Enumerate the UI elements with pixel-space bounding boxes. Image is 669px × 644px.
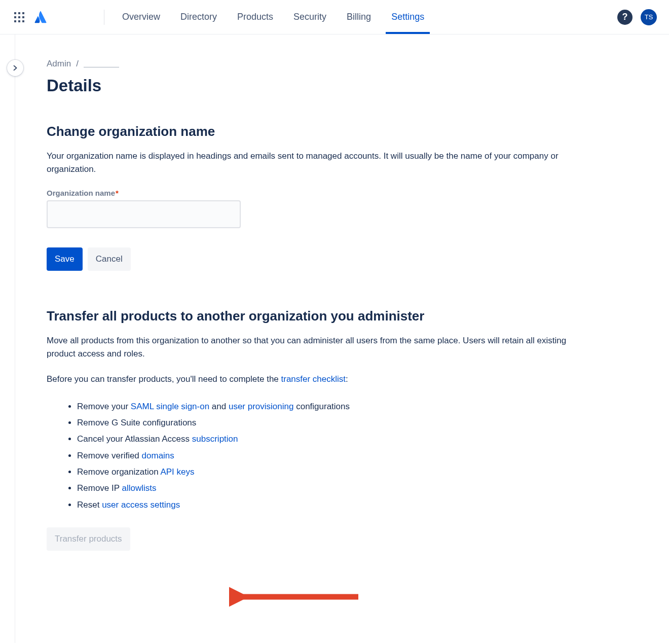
checklist-link[interactable]: subscription: [192, 434, 238, 444]
checklist-link[interactable]: SAML single sign-on: [131, 402, 209, 411]
transfer-desc-1: Move all products from this organization…: [47, 334, 592, 361]
checklist-link[interactable]: API keys: [160, 467, 194, 477]
svg-rect-6: [14, 20, 16, 22]
checklist-link[interactable]: user provisioning: [229, 402, 294, 411]
section-transfer-heading: Transfer all products to another organiz…: [47, 308, 592, 324]
header-divider: [104, 10, 104, 25]
atlassian-logo-icon: [33, 11, 47, 24]
nav-directory[interactable]: Directory: [172, 0, 226, 34]
nav-products[interactable]: Products: [229, 0, 282, 34]
cancel-button[interactable]: Cancel: [88, 247, 131, 271]
nav-overview[interactable]: Overview: [114, 0, 169, 34]
breadcrumb-separator: /: [76, 59, 79, 69]
checklist-item: Remove your SAML single sign-on and user…: [77, 399, 592, 415]
product-logo[interactable]: [33, 11, 94, 24]
top-header: OverviewDirectoryProductsSecurityBilling…: [0, 0, 669, 34]
checklist-link[interactable]: allowlists: [122, 483, 157, 493]
svg-rect-2: [22, 12, 24, 14]
checklist-item: Remove G Suite configurations: [77, 415, 592, 431]
breadcrumb-current-redacted: [84, 60, 119, 67]
transfer-products-button[interactable]: Transfer products: [47, 527, 130, 551]
checklist-item: Reset user access settings: [77, 497, 592, 513]
nav-settings[interactable]: Settings: [383, 0, 433, 34]
header-right: ? TS: [617, 9, 657, 25]
breadcrumb: Admin /: [47, 59, 592, 69]
svg-rect-3: [14, 16, 16, 18]
chevron-right-icon: [13, 65, 18, 70]
checklist-item: Cancel your Atlassian Access subscriptio…: [77, 431, 592, 447]
checklist-link[interactable]: user access settings: [102, 500, 180, 510]
avatar[interactable]: TS: [641, 9, 657, 25]
nav-security[interactable]: Security: [285, 0, 335, 34]
org-name-label: Organization name*: [47, 189, 592, 197]
help-icon[interactable]: ?: [617, 10, 633, 25]
svg-rect-0: [14, 12, 16, 14]
checklist-item: Remove organization API keys: [77, 464, 592, 480]
save-button[interactable]: Save: [47, 247, 83, 271]
app-switcher-icon[interactable]: [12, 10, 26, 24]
svg-rect-7: [18, 20, 20, 22]
nav-billing[interactable]: Billing: [338, 0, 380, 34]
main-content: Admin / Details Change organization name…: [15, 34, 623, 643]
svg-rect-5: [22, 16, 24, 18]
transfer-checklist-link[interactable]: transfer checklist: [281, 374, 346, 384]
checklist-item: Remove IP allowlists: [77, 480, 592, 496]
logo-text-redacted: [51, 13, 94, 21]
svg-rect-1: [18, 12, 20, 14]
svg-rect-4: [18, 16, 20, 18]
transfer-desc-2: Before you can transfer products, you'll…: [47, 373, 592, 386]
side-rail: [0, 34, 15, 643]
expand-sidebar-toggle[interactable]: [7, 60, 23, 76]
page-layout: Admin / Details Change organization name…: [0, 34, 669, 643]
section-org-heading: Change organization name: [47, 124, 592, 139]
checklist-item: Remove verified domains: [77, 448, 592, 464]
svg-rect-8: [22, 20, 24, 22]
page-title: Details: [47, 76, 592, 95]
org-name-input[interactable]: [47, 200, 241, 228]
section-org-desc: Your organization name is displayed in h…: [47, 150, 592, 176]
breadcrumb-root[interactable]: Admin: [47, 59, 71, 69]
transfer-checklist: Remove your SAML single sign-on and user…: [77, 399, 592, 513]
checklist-link[interactable]: domains: [142, 451, 174, 460]
org-buttons: Save Cancel: [47, 247, 592, 271]
primary-nav: OverviewDirectoryProductsSecurityBilling…: [114, 0, 433, 34]
required-asterisk: *: [116, 189, 119, 197]
